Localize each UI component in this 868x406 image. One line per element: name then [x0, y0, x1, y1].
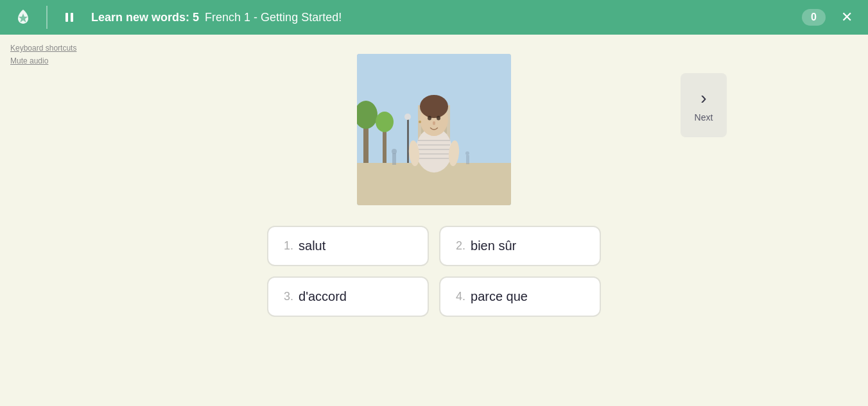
close-button[interactable]: ✕	[836, 6, 858, 28]
choice-3-number: 3.	[284, 290, 293, 303]
main-content: Keyboard shortcuts Mute audio › Next	[0, 35, 868, 406]
choice-3-text: d'accord	[299, 289, 347, 304]
svg-point-26	[428, 116, 431, 121]
lesson-title: Learn new words: 5 French 1 - Getting St…	[91, 11, 792, 24]
choice-2[interactable]: 2. bien sûr	[439, 226, 601, 266]
score-badge: 0	[802, 9, 826, 26]
next-label: Next	[695, 112, 713, 123]
choice-4[interactable]: 4. parce que	[439, 276, 601, 317]
choice-2-text: bien sûr	[471, 239, 516, 253]
svg-point-7	[376, 112, 394, 132]
svg-point-31	[392, 149, 397, 154]
logo-icon[interactable]	[10, 0, 36, 35]
svg-rect-12	[407, 118, 409, 163]
question-image	[357, 54, 511, 205]
svg-point-13	[404, 114, 411, 120]
sidebar-links: Keyboard shortcuts Mute audio	[10, 44, 76, 65]
svg-rect-30	[392, 153, 396, 165]
choice-4-number: 4.	[456, 290, 465, 303]
divider	[46, 6, 48, 29]
svg-rect-32	[466, 155, 469, 164]
svg-point-25	[420, 95, 448, 118]
choice-3[interactable]: 3. d'accord	[267, 276, 429, 317]
svg-point-33	[465, 151, 469, 155]
chevron-right-icon: ›	[700, 88, 706, 108]
image-placeholder	[357, 54, 511, 205]
svg-point-28	[433, 121, 435, 125]
choice-2-number: 2.	[456, 239, 465, 253]
mute-audio-link[interactable]: Mute audio	[10, 56, 76, 65]
choices-grid: 1. salut 2. bien sûr 3. d'accord 4. parc…	[267, 226, 601, 317]
choice-4-text: parce que	[471, 289, 528, 304]
pause-button[interactable]	[58, 8, 81, 26]
choice-1[interactable]: 1. salut	[267, 226, 429, 266]
svg-point-27	[437, 116, 440, 121]
svg-rect-0	[65, 13, 68, 22]
svg-point-29	[419, 121, 421, 123]
next-button[interactable]: › Next	[681, 73, 727, 137]
keyboard-shortcuts-link[interactable]: Keyboard shortcuts	[10, 44, 76, 53]
choice-1-text: salut	[299, 239, 326, 253]
top-bar: Learn new words: 5 French 1 - Getting St…	[0, 0, 868, 35]
svg-rect-1	[71, 13, 73, 22]
choice-1-number: 1.	[284, 239, 293, 253]
